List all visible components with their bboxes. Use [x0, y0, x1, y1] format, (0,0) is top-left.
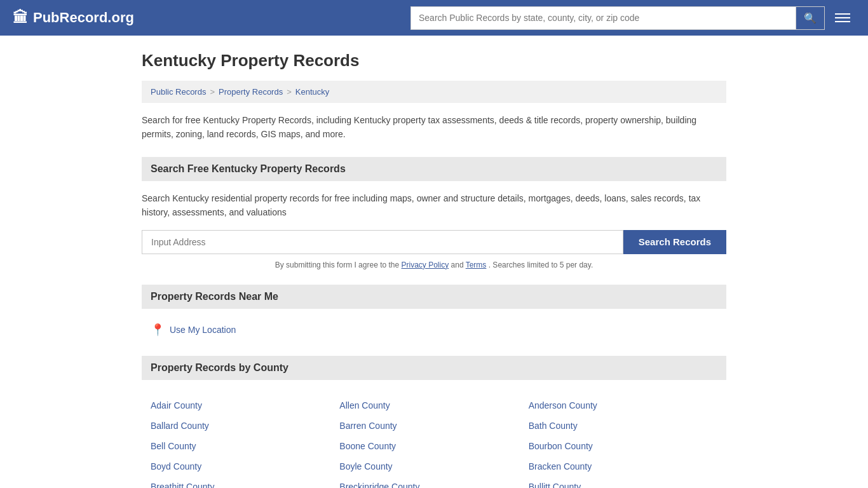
page-description: Search for free Kentucky Property Record… — [142, 113, 726, 142]
county-section-header: Property Records by County — [142, 356, 726, 380]
county-link[interactable]: Breckinridge County — [339, 482, 528, 488]
form-disclaimer: By submitting this form I agree to the P… — [142, 261, 726, 269]
breadcrumb-sep-2: > — [287, 87, 292, 97]
page-title: Kentucky Property Records — [142, 51, 726, 71]
header-search-form: 🔍 — [410, 6, 825, 30]
county-grid: Adair CountyAllen CountyAnderson CountyB… — [142, 390, 726, 488]
county-link[interactable]: Boyd County — [151, 461, 339, 471]
county-link[interactable]: Breathitt County — [151, 482, 339, 488]
county-link[interactable]: Barren County — [339, 421, 528, 431]
breadcrumb-sep-1: > — [210, 87, 215, 97]
near-me-section: Property Records Near Me 📍 Use My Locati… — [142, 285, 726, 341]
hamburger-line-1 — [835, 13, 850, 15]
and-text: and — [451, 261, 466, 269]
main-content: Kentucky Property Records Public Records… — [129, 36, 739, 488]
logo-text: PubRecord.org — [33, 10, 134, 26]
search-icon: 🔍 — [804, 13, 817, 24]
site-header: 🏛 PubRecord.org 🔍 — [0, 0, 868, 36]
county-link[interactable]: Anderson County — [529, 400, 717, 410]
hamburger-line-2 — [835, 17, 850, 18]
search-description: Search Kentucky residential property rec… — [142, 191, 726, 220]
hamburger-line-3 — [835, 21, 850, 22]
limit-text: . Searches limited to 5 per day. — [489, 261, 593, 269]
county-link[interactable]: Bracken County — [529, 461, 717, 471]
breadcrumb-public-records[interactable]: Public Records — [151, 87, 206, 97]
privacy-policy-link[interactable]: Privacy Policy — [402, 261, 449, 269]
use-my-location-link[interactable]: 📍 Use My Location — [142, 319, 726, 341]
header-search-button[interactable]: 🔍 — [796, 7, 824, 29]
near-me-section-header: Property Records Near Me — [142, 285, 726, 309]
county-link[interactable]: Bath County — [529, 421, 717, 431]
county-section: Property Records by County Adair CountyA… — [142, 356, 726, 488]
search-records-button[interactable]: Search Records — [623, 230, 726, 254]
header-search-area: 🔍 — [410, 6, 855, 30]
terms-link[interactable]: Terms — [466, 261, 487, 269]
county-link[interactable]: Bullitt County — [529, 482, 717, 488]
search-section: Search Free Kentucky Property Records Se… — [142, 157, 726, 269]
address-search-form: Search Records — [142, 230, 726, 254]
county-link[interactable]: Boyle County — [339, 461, 528, 471]
logo-icon: 🏛 — [13, 9, 28, 27]
disclaimer-text: By submitting this form I agree to the — [275, 261, 402, 269]
header-search-input[interactable] — [411, 8, 796, 28]
breadcrumb-kentucky[interactable]: Kentucky — [295, 87, 329, 97]
county-link[interactable]: Boone County — [339, 441, 528, 451]
county-link[interactable]: Allen County — [339, 400, 528, 410]
breadcrumb-property-records[interactable]: Property Records — [219, 87, 283, 97]
use-my-location-text: Use My Location — [170, 325, 236, 335]
county-link[interactable]: Bourbon County — [529, 441, 717, 451]
search-section-header: Search Free Kentucky Property Records — [142, 157, 726, 181]
location-icon: 📍 — [151, 323, 165, 337]
hamburger-menu-button[interactable] — [830, 11, 855, 25]
county-link[interactable]: Bell County — [151, 441, 339, 451]
county-link[interactable]: Ballard County — [151, 421, 339, 431]
breadcrumb: Public Records > Property Records > Kent… — [142, 81, 726, 103]
site-logo[interactable]: 🏛 PubRecord.org — [13, 9, 134, 27]
address-input[interactable] — [142, 230, 623, 254]
county-link[interactable]: Adair County — [151, 400, 339, 410]
